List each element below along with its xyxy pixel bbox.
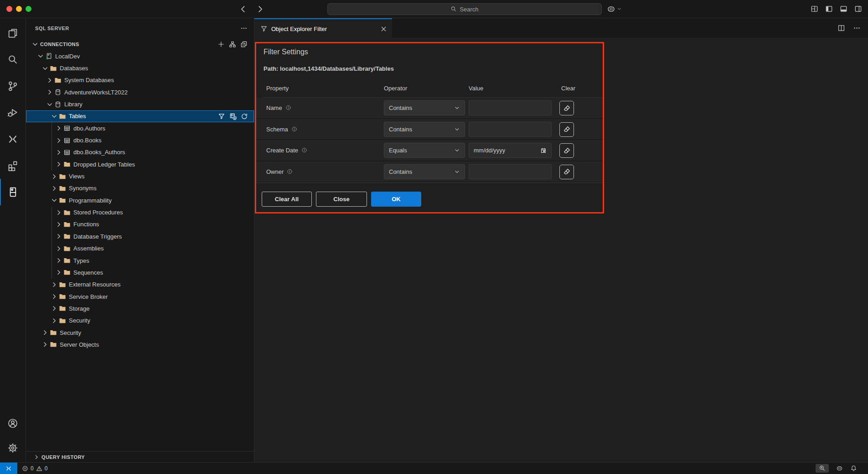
sidebar-right-icon[interactable] — [854, 5, 862, 13]
activity-item-extensions[interactable] — [0, 152, 26, 179]
split-editor-icon[interactable] — [837, 24, 845, 32]
navigate-forward-icon[interactable] — [256, 5, 264, 13]
more-actions-icon[interactable] — [240, 25, 248, 32]
object-explorer-tree: LocalDevDatabasesSystem DatabasesAdventu… — [26, 50, 254, 351]
folder-icon — [63, 233, 71, 240]
tree-item-security[interactable]: Security — [26, 315, 254, 327]
tree-item-system-databases[interactable]: System Databases — [26, 74, 254, 86]
tree-item-label: Security — [69, 317, 90, 324]
filter-button[interactable] — [218, 113, 225, 120]
panel-bottom-icon[interactable] — [840, 5, 847, 13]
zoom-status[interactable] — [816, 464, 829, 473]
activity-item-sql-server[interactable] — [0, 179, 26, 205]
tree-item-sequences[interactable]: Sequences — [26, 266, 254, 278]
server-icon — [45, 52, 52, 60]
tree-item-database-triggers[interactable]: Database Triggers — [26, 230, 254, 242]
command-center-search[interactable]: Search — [327, 3, 602, 15]
filter-row-name: NameContains — [256, 98, 604, 119]
new-table-button[interactable] — [229, 113, 237, 120]
database-icon — [54, 89, 62, 96]
tree-item-functions[interactable]: Functions — [26, 219, 254, 230]
operator-select-owner[interactable]: Contains — [384, 164, 465, 179]
more-actions-icon[interactable] — [853, 24, 861, 32]
value-date-input-create-date[interactable]: mm/dd/yyyy — [469, 143, 552, 158]
folder-icon — [59, 317, 66, 324]
operator-select-schema[interactable]: Contains — [384, 122, 465, 137]
search-icon — [450, 6, 457, 12]
clear-name-button[interactable] — [559, 101, 574, 115]
settings-icon — [7, 443, 18, 453]
sidebar-left-icon[interactable] — [825, 5, 833, 13]
activity-item-source-control[interactable] — [0, 73, 26, 99]
tree-item-localdev[interactable]: LocalDev — [26, 50, 254, 62]
close-button[interactable]: Close — [316, 192, 367, 207]
tree-item-assemblies[interactable]: Assemblies — [26, 243, 254, 255]
maximize-window-button[interactable] — [26, 6, 31, 12]
activity-item-run-debug[interactable] — [0, 99, 26, 126]
chevron-down-icon — [617, 6, 622, 11]
tree-item-external-resources[interactable]: External Resources — [26, 279, 254, 291]
tree-item-server-objects[interactable]: Server Objects — [26, 339, 254, 350]
problems-status[interactable]: 0 0 — [17, 465, 47, 472]
add-connection-button[interactable] — [217, 41, 225, 48]
operator-select-name[interactable]: Contains — [384, 100, 465, 115]
operator-select-create-date[interactable]: Equals — [384, 143, 465, 158]
sidebar-title: SQL SERVER — [35, 26, 69, 31]
info-icon — [291, 126, 297, 132]
tree-item-dbo-authors[interactable]: dbo.Authors — [26, 122, 254, 134]
notifications-bell-icon[interactable] — [850, 465, 857, 472]
copilot-status-icon[interactable] — [836, 465, 843, 472]
value-input-name[interactable] — [469, 100, 552, 115]
close-window-button[interactable] — [6, 6, 12, 12]
tree-item-synonyms[interactable]: Synonyms — [26, 182, 254, 194]
clear-schema-button[interactable] — [559, 122, 574, 137]
tree-item-stored-procedures[interactable]: Stored Procedures — [26, 206, 254, 218]
clear-all-button[interactable]: Clear All — [262, 192, 312, 207]
tree-item-dropped-ledger-tables[interactable]: Dropped Ledger Tables — [26, 158, 254, 170]
tree-item-dbo-books[interactable]: dbo.Books — [26, 134, 254, 146]
remote-indicator[interactable] — [0, 463, 17, 474]
activity-item-settings[interactable] — [0, 436, 26, 460]
tree-item-adventureworkslt2022[interactable]: AdventureWorksLT2022 — [26, 86, 254, 98]
tree-item-tables[interactable]: Tables — [26, 110, 254, 122]
refresh-button[interactable] — [241, 113, 248, 120]
value-input-schema[interactable] — [469, 122, 552, 137]
tree-item-databases[interactable]: Databases — [26, 62, 254, 74]
activity-item-remote-explorer[interactable] — [0, 126, 26, 152]
activity-item-search[interactable] — [0, 47, 26, 73]
run-debug-icon — [7, 107, 18, 118]
clear-owner-button[interactable] — [559, 165, 574, 179]
title-bar: Search — [0, 0, 868, 18]
navigate-back-icon[interactable] — [239, 5, 247, 13]
tree-item-security[interactable]: Security — [26, 327, 254, 339]
value-input-owner[interactable] — [469, 164, 552, 179]
tree-item-dbo-books-authors[interactable]: dbo.Books_Authors — [26, 146, 254, 158]
tree-item-types[interactable]: Types — [26, 255, 254, 266]
clear-create-date-button[interactable] — [559, 143, 574, 158]
tab-object-explorer-filter[interactable]: Object Explorer Filter — [254, 18, 392, 38]
eraser-icon — [563, 147, 571, 155]
connections-section-header[interactable]: CONNECTIONS — [26, 38, 254, 50]
layout-custom-icon[interactable] — [811, 5, 818, 13]
tree-item-library[interactable]: Library — [26, 98, 254, 110]
collapse-all-button[interactable] — [240, 41, 248, 48]
tree-item-storage[interactable]: Storage — [26, 302, 254, 314]
activity-item-explorer[interactable] — [0, 20, 26, 47]
editor-actions — [837, 18, 861, 38]
copilot-menu[interactable] — [607, 5, 622, 13]
server-groups-button[interactable] — [229, 41, 236, 48]
tree-item-views[interactable]: Views — [26, 170, 254, 182]
chevron-right-icon — [55, 149, 62, 156]
query-history-section-header[interactable]: QUERY HISTORY — [26, 451, 254, 462]
ok-button[interactable]: OK — [371, 192, 421, 207]
property-label: Schema — [266, 125, 297, 132]
chevron-down-icon — [454, 126, 460, 132]
tree-item-programmability[interactable]: Programmability — [26, 194, 254, 206]
close-tab-icon[interactable] — [380, 25, 388, 33]
tree-item-service-broker[interactable]: Service Broker — [26, 291, 254, 302]
filter-row-create-date: Create DateEqualsmm/dd/yyyy — [256, 140, 604, 161]
activity-item-accounts[interactable] — [0, 411, 26, 436]
tree-item-label: Database Triggers — [73, 233, 122, 240]
folder-icon — [54, 77, 62, 84]
minimize-window-button[interactable] — [16, 6, 22, 12]
